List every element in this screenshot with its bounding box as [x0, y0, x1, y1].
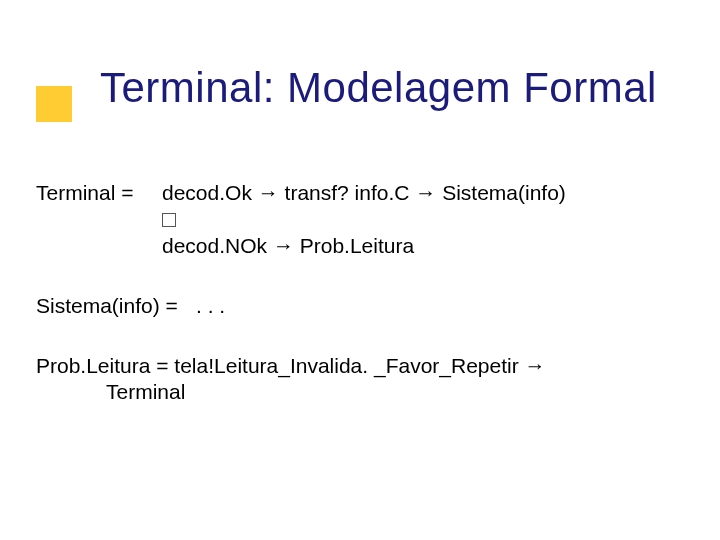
text: decod.NOk — [162, 234, 273, 257]
def-sistema-rhs: . . . — [196, 293, 684, 319]
def-probleitura-cont: Terminal — [106, 379, 684, 405]
slide-title: Terminal: Modelagem Formal — [100, 64, 657, 112]
text: transf? info.C — [279, 181, 416, 204]
slide: Terminal: Modelagem Formal Terminal = de… — [0, 0, 720, 540]
arrow-icon: → — [525, 354, 546, 377]
def-probleitura: Prob.Leitura = tela!Leitura_Invalida. _F… — [36, 353, 684, 406]
arrow-icon: → — [258, 181, 279, 204]
text: decod.Ok — [162, 181, 258, 204]
text: Prob.Leitura — [294, 234, 414, 257]
accent-square — [36, 86, 72, 122]
choice-box-icon — [162, 213, 176, 227]
def-terminal-rhs: decod.Ok → transf? info.C → Sistema(info… — [162, 180, 684, 259]
arrow-icon: → — [273, 234, 294, 257]
arrow-icon: → — [415, 181, 436, 204]
text: Prob.Leitura = tela!Leitura_Invalida. _F… — [36, 354, 525, 377]
def-terminal: Terminal = decod.Ok → transf? info.C → S… — [36, 180, 684, 259]
def-sistema: Sistema(info) = . . . — [36, 293, 684, 319]
def-terminal-lhs: Terminal = — [36, 180, 162, 206]
slide-body: Terminal = decod.Ok → transf? info.C → S… — [36, 180, 684, 440]
def-sistema-lhs: Sistema(info) = — [36, 293, 196, 319]
text: Sistema(info) — [436, 181, 566, 204]
